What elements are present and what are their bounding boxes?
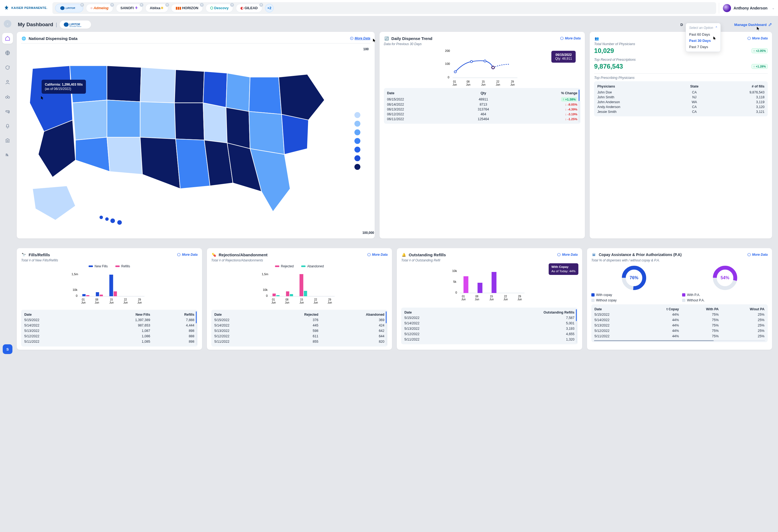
outstanding-chart[interactable]: With Copay As of Today: 44% 10k 5k 0 01J… — [401, 267, 578, 307]
chip-lipitor[interactable]: LIPITOR × — [55, 4, 83, 12]
map-tooltip: California: 1,298,403 fills (as of 06/15… — [42, 80, 86, 94]
dd-option[interactable]: Past 7 Days — [686, 44, 720, 50]
nav-home[interactable] — [2, 33, 13, 44]
more-data-link[interactable]: More Data — [177, 253, 198, 257]
chip-sanofi[interactable]: SANOFI ⚘× — [116, 4, 143, 12]
svg-text:Jun: Jun — [503, 298, 508, 301]
svg-text:Jun: Jun — [481, 83, 485, 86]
svg-text:Jun: Jun — [138, 301, 142, 304]
svg-text:22: 22 — [504, 295, 507, 298]
svg-rect-47 — [109, 275, 113, 296]
chip-more[interactable]: +2 — [265, 4, 274, 12]
duration-dropdown[interactable]: Select an Option⌃ Past 60 Days Past 30 D… — [686, 23, 721, 52]
svg-rect-65 — [276, 295, 279, 296]
us-map[interactable]: California: 1,298,403 fills (as of 06/15… — [21, 46, 342, 235]
fills-chart[interactable]: 1,5m 10k 0 01Jun 08Jun 15Jun 22Jun 29Jun — [21, 269, 198, 310]
dd-option[interactable]: Past 30 Days — [686, 37, 720, 44]
sidebar: › ℞ S — [0, 16, 15, 358]
org-logo: KAISER PERMANENTE. — [3, 5, 48, 11]
svg-point-5 — [8, 96, 10, 98]
more-data-link[interactable]: More Data — [747, 253, 768, 257]
cursor-icon — [756, 26, 760, 30]
svg-rect-66 — [286, 291, 289, 296]
user-menu[interactable]: Anthony Anderson ⌄ — [719, 3, 775, 13]
nav-binoculars[interactable] — [2, 91, 13, 102]
svg-text:01: 01 — [453, 80, 456, 83]
more-data-link[interactable]: More Data — [747, 36, 768, 40]
scrollbar[interactable] — [576, 309, 577, 343]
nav-rx[interactable]: ℞ — [2, 150, 13, 160]
svg-rect-85 — [464, 276, 468, 293]
svg-point-80 — [558, 253, 560, 256]
chip-horizon[interactable]: ▮▮▮ HORIZON× — [171, 4, 203, 12]
globe-icon — [5, 50, 10, 56]
nav-pill[interactable] — [2, 106, 13, 117]
reject-chart[interactable]: 1,5m 10k 0 01Jun 08Jun 15Jun 22Jun 29Jun — [211, 269, 388, 310]
help-button[interactable]: S — [3, 344, 12, 354]
donut-legend: With copay With P.A. Without copay Witho… — [591, 293, 768, 302]
svg-point-14 — [99, 215, 103, 219]
svg-point-59 — [368, 253, 371, 256]
edit-icon — [768, 23, 772, 26]
bar-tooltip: With Copay As of Today: 44% — [549, 263, 578, 275]
svg-text:22: 22 — [496, 80, 499, 83]
more-data-link[interactable]: iMore Data — [350, 36, 370, 40]
chip-descovy[interactable]: ⬡ Descovy× — [206, 4, 233, 12]
card-outstanding: 🔔 Outstanding Refills More Data Total # … — [397, 248, 582, 350]
nav-alerts[interactable] — [2, 120, 13, 131]
card-fills: 🔭 Fills/Refills More Data Total # of New… — [17, 248, 202, 350]
sidebar-expand-button[interactable]: › — [4, 20, 11, 27]
svg-point-38 — [177, 253, 180, 256]
delta-badge: ↑ +2.05% — [752, 48, 768, 53]
brand-chips: LIPITOR × ○ Admelog× SANOFI ⚘× Ablixa☀× … — [53, 2, 716, 14]
close-icon[interactable]: × — [110, 3, 114, 7]
scrollbar[interactable] — [196, 312, 197, 345]
svg-text:0: 0 — [266, 294, 267, 297]
svg-rect-69 — [304, 291, 307, 296]
nav-refresh[interactable] — [2, 62, 13, 73]
donut-copay[interactable]: 76% — [621, 264, 647, 291]
more-data-link[interactable]: More Data — [557, 253, 577, 257]
close-icon[interactable]: × — [200, 3, 204, 7]
svg-text:100: 100 — [445, 62, 450, 65]
delta-badge: ↑ +1.28% — [752, 64, 768, 69]
svg-text:29: 29 — [518, 295, 521, 298]
manage-dashboard-link[interactable]: Manage Dashboard — [734, 23, 772, 27]
nav-user[interactable] — [2, 77, 13, 88]
chip-ablixa[interactable]: Ablixa☀× — [145, 4, 168, 12]
reject-table: DateRejectedAbandoned5/15/20223763695/14… — [211, 310, 388, 347]
donut-pa[interactable]: 54% — [711, 264, 738, 291]
rx-icon: ℞ — [5, 152, 10, 158]
stat-prescriptions: 9,876,543 — [594, 63, 623, 70]
svg-text:200: 200 — [445, 49, 450, 53]
svg-rect-87 — [492, 272, 496, 293]
context-pill[interactable]: LIPITORatorvastatin calcium — [60, 20, 91, 29]
svg-point-26 — [492, 66, 494, 69]
svg-text:15: 15 — [300, 298, 303, 301]
dd-option[interactable]: Past 60 Days — [686, 31, 720, 37]
svg-text:10k: 10k — [262, 288, 267, 291]
chip-admelog[interactable]: ○ Admelog× — [86, 4, 113, 12]
chip-gilead[interactable]: ◐ GILEAD× — [236, 4, 262, 12]
close-icon[interactable]: × — [165, 3, 169, 7]
more-data-link[interactable]: More Data — [367, 253, 388, 257]
more-data-link[interactable]: More Data — [560, 36, 580, 40]
svg-text:Jun: Jun — [81, 301, 86, 304]
scrollbar-horizontal[interactable] — [594, 340, 765, 341]
svg-text:Jun: Jun — [461, 298, 466, 301]
close-icon[interactable]: × — [259, 3, 263, 7]
close-icon[interactable]: × — [80, 3, 84, 7]
svg-text:15: 15 — [482, 80, 485, 83]
nav-bank[interactable] — [2, 135, 13, 146]
scrollbar[interactable] — [578, 90, 579, 122]
svg-text:08: 08 — [467, 80, 470, 83]
close-icon[interactable]: × — [140, 3, 143, 7]
scrollbar[interactable] — [386, 312, 387, 345]
close-icon[interactable]: × — [230, 3, 234, 7]
map-legend: 100 100,000 — [344, 46, 370, 235]
kp-icon — [3, 5, 10, 11]
nav-global[interactable] — [2, 48, 13, 58]
trend-chart[interactable]: 200 100 0 01Jun 08Jun 15Jun 22Jun — [384, 48, 581, 86]
svg-text:0: 0 — [76, 294, 78, 297]
card-physicians: 👥 More Data Total Number of Physicians 1… — [590, 32, 772, 239]
